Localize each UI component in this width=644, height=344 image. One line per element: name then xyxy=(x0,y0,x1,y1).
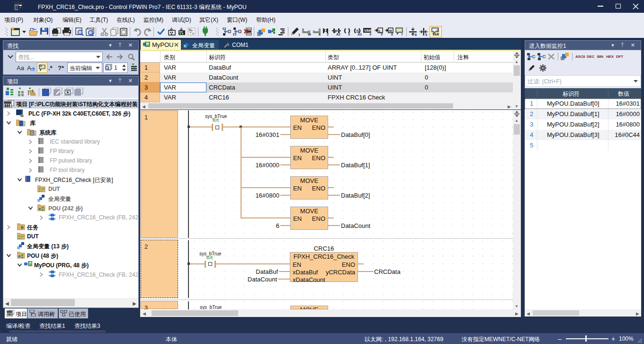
svg-text:1: 1 xyxy=(298,33,300,36)
svg-text:A3: A3 xyxy=(358,33,362,36)
svg-text:2: 2 xyxy=(327,33,329,36)
svg-text:VAR: VAR xyxy=(432,33,439,36)
svg-text:W: W xyxy=(308,33,311,36)
svg-text:6: 6 xyxy=(391,33,393,36)
svg-text:E: E xyxy=(319,33,321,36)
svg-text:8: 8 xyxy=(415,33,417,36)
svg-text:7: 7 xyxy=(401,33,403,36)
svg-text:3: 3 xyxy=(348,33,350,36)
svg-text:4: 4 xyxy=(369,33,371,36)
svg-text:5: 5 xyxy=(381,33,383,36)
svg-text:9: 9 xyxy=(425,33,427,36)
svg-text:VAR: VAR xyxy=(364,28,372,33)
svg-text:7: 7 xyxy=(19,7,21,10)
svg-text:A2: A2 xyxy=(336,33,340,36)
